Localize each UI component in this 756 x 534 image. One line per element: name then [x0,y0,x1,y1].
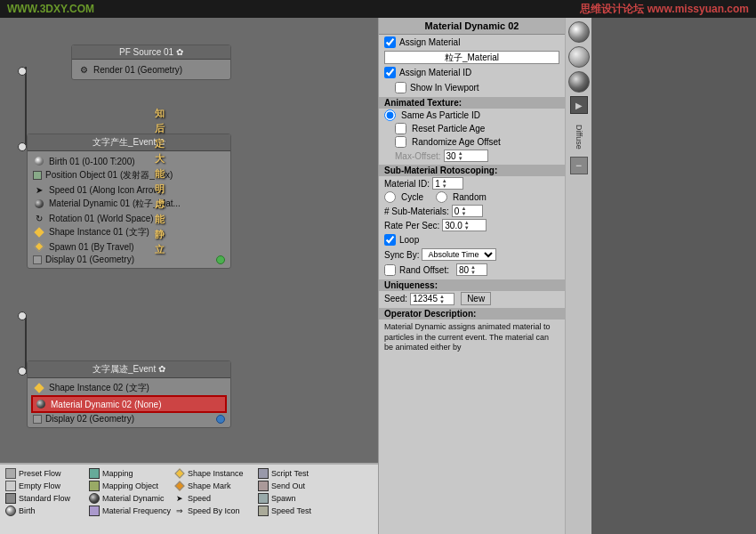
legend-speed-icon: ⇒ Speed By Icon [174,506,254,516]
legend-send-out: Send Out [258,481,338,491]
rand-offset-arrows[interactable]: ▲ ▼ [470,264,476,275]
chinese-text-panel: 知 后 定 大 能 明 虑 能 静 立 [155,107,165,256]
shape-instance-icon [174,468,185,479]
operator-desc-section: Operator Description: [379,308,565,320]
expand-button[interactable]: ▶ [570,96,588,114]
seed-arrows[interactable]: ▲ ▼ [439,294,445,304]
legend-col-1: Preset Flow Empty Flow Standard Flow Bir… [5,468,85,530]
assign-material-checkbox[interactable] [384,36,396,48]
preset-flow-icon [5,468,16,479]
sync-by-dropdown[interactable]: Absolute Time [422,248,496,261]
loop-row[interactable]: Loop [379,232,565,247]
seed-spinner[interactable]: 12345 ▲ ▼ [410,293,454,305]
canvas-area: PF Source 01 ✿ ⚙ Render 01 (Geometry) 文字… [0,18,378,534]
legend-speed-test: Speed Test [258,506,338,516]
rate-per-sec-spinner[interactable]: 30.0 ▲ ▼ [442,219,487,231]
material-id-spinner[interactable]: 1 ▲ ▼ [432,177,463,190]
pf-source-header: PF Source 01 ✿ [72,45,230,60]
speed-item: ➤ Speed 01 (Along Icon Arrow) [31,182,227,197]
operator-desc-text: Material Dynamic assigns animated materi… [379,320,565,356]
mat-thumb-3[interactable] [568,71,590,93]
rate-per-sec-row: Rate Per Sec: 30.0 ▲ ▼ [379,218,565,232]
rate-per-sec-arrows[interactable]: ▲ ▼ [464,220,470,231]
cycle-radio[interactable] [384,191,396,203]
diffuse-label: Diffuse [575,125,583,150]
empty-flow-icon [5,481,16,491]
material-id-arrows[interactable]: ▲ ▼ [442,178,447,189]
pf-source-node[interactable]: PF Source 01 ✿ ⚙ Render 01 (Geometry) [71,44,231,80]
speed-test-icon [258,506,269,516]
display-icon-2 [33,415,42,424]
legend-birth: Birth [5,506,85,516]
cube-icon [33,171,42,180]
shape-instance-2-item: Shape Instance 02 (文字) [31,381,227,395]
rand-offset-spinner[interactable]: 80 ▲ ▼ [456,263,487,276]
legend-mat-dyn: Material Dynamic [89,493,171,504]
display-icon-1 [33,255,42,264]
loop-checkbox[interactable] [384,234,396,246]
material-name-input[interactable] [384,51,559,64]
display-item-1: Display 01 (Geometry) [31,254,227,265]
same-as-particle-radio[interactable] [384,109,396,121]
randomize-age-row[interactable]: Randomize Age Offset [379,135,565,149]
legend-spawn: Spawn [258,493,338,504]
animated-texture-section: Animated Texture: [379,97,565,109]
sub-materials-row: # Sub-Materials: 0 ▲ ▼ [379,204,565,218]
green-connector-1 [216,255,225,264]
assign-material-id-row[interactable]: Assign Material ID [379,65,565,80]
sub-materials-arrows[interactable]: ▲ ▼ [461,206,466,216]
material-id-row: Material ID: 1 ▲ ▼ [379,176,565,190]
arrow-icon: ➤ [33,183,45,196]
legend-col-3: Shape Instance Shape Mark ➤ Speed ⇒ Spee… [174,468,254,530]
cycle-random-row[interactable]: Cycle Random [379,190,565,204]
material-name-row [379,50,565,65]
shape-icon-2 [33,382,45,394]
max-offset-arrows[interactable]: ▲ ▼ [458,150,463,161]
blue-connector [216,415,225,424]
new-button[interactable]: New [461,292,491,305]
show-viewport-checkbox[interactable] [395,82,406,93]
mat-dyn-2-item[interactable]: Material Dynamic 02 (None) [31,395,227,413]
mat-thumb-2[interactable] [568,46,590,68]
diamond-icon [33,240,45,253]
legend-mapping-obj: Mapping Object [89,481,171,491]
reset-particle-checkbox[interactable] [395,123,406,134]
mapping-icon [89,468,100,479]
birth-item: Birth 01 (0-100 T:200) [31,154,227,168]
max-offset-row: Max-Offset: 30 ▲ ▼ [379,149,565,163]
event2-node[interactable]: 文字属迹_Event ✿ Shape Instance 02 (文字) Mate… [27,360,231,428]
rotation-icon: ↻ [33,212,45,224]
speed-by-icon-icon: ⇒ [174,506,185,516]
sub-material-section: Sub-Material Rotoscoping: [379,165,565,176]
shape-instance-item: Shape Instance 01 (文字) [31,225,227,239]
right-panel-area: Material Dynamic 02 Assign Material Assi… [378,18,756,534]
same-as-particle-row[interactable]: Same As Particle ID [379,109,565,122]
shape-mark-icon [174,481,185,491]
rand-offset-checkbox[interactable] [384,264,396,276]
legend-speed: ➤ Speed [174,493,254,504]
randomize-age-checkbox[interactable] [395,136,406,148]
gear-icon: ⚙ [77,63,90,76]
render-item: ⚙ Render 01 (Geometry) [76,62,227,77]
sub-materials-spinner[interactable]: 0 ▲ ▼ [452,205,483,217]
rand-offset-row[interactable]: Rand Offset: 80 ▲ ▼ [379,262,565,278]
show-viewport-row[interactable]: Show In Viewport [379,80,565,95]
random-radio[interactable] [436,191,447,203]
max-offset-spinner[interactable]: 30 ▲ ▼ [444,150,488,162]
event1-header: 文字产生_Event ✿ [28,134,230,151]
mat-thumb-1[interactable] [568,21,590,43]
legend-shape-mark: Shape Mark [174,481,254,491]
minus-button[interactable]: − [570,157,588,174]
script-test-icon [258,468,269,479]
rotation-item: ↻ Rotation 01 (World Space) [31,211,227,225]
spawn-item: Spawn 01 (By Travel) [31,239,227,254]
assign-material-id-checkbox[interactable] [384,67,396,78]
bottom-legend-bar: Preset Flow Empty Flow Standard Flow Bir… [0,463,378,534]
assign-material-row[interactable]: Assign Material [379,35,565,50]
event1-node[interactable]: 文字产生_Event ✿ Birth 01 (0-100 T:200) Posi… [27,134,231,269]
legend-preset-flow: Preset Flow [5,468,85,479]
top-bar: WWW.3DXY.COM 思维设计论坛 www.missyuan.com [0,0,756,18]
legend-shape-instance: Shape Instance [174,468,254,479]
reset-particle-row[interactable]: Reset Particle Age [379,122,565,135]
legend-script-test: Script Test [258,468,338,479]
